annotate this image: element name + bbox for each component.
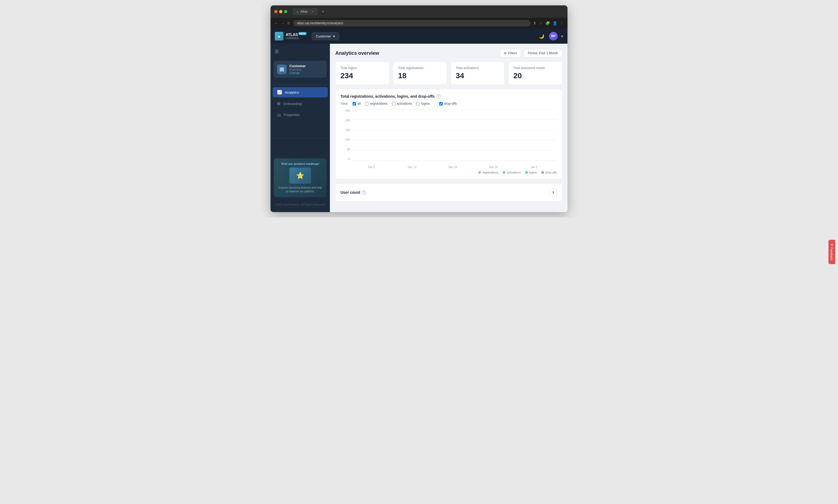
- sidebar-copyright: ©2022 Next Reason, All Rights Reserved.: [270, 200, 330, 209]
- browser-addressbar: ← → ↻ ⬆ ☆ 🧩 👤 ⋮: [270, 18, 568, 29]
- customer-selector-label: Customer: [316, 34, 331, 38]
- sidebar-divider-2: [270, 138, 330, 139]
- stat-logins-value: 234: [341, 72, 384, 80]
- page-content: Analytics overview ⧉ Filters Period: Pas…: [330, 44, 568, 212]
- user-count-header: User count ? ⬆: [341, 188, 557, 196]
- properties-icon: 🗂: [277, 112, 281, 117]
- profile-icon[interactable]: 👤: [553, 21, 557, 25]
- filter-logins[interactable]: logins: [416, 102, 430, 106]
- x-label-dec12: Dec 12: [395, 166, 430, 169]
- browser-titlebar: ⟡ Atlas × +: [270, 5, 568, 18]
- sidebar-divider-1: [270, 84, 330, 85]
- x-label-jan2: Jan 2: [517, 166, 552, 169]
- share-icon[interactable]: ⬆: [533, 21, 537, 25]
- stat-password-resets-label: Total password resets: [513, 66, 557, 70]
- extension-icon[interactable]: 🧩: [545, 21, 550, 25]
- filter-registrations[interactable]: registrations: [365, 102, 387, 106]
- x-label-dec5: Dec 5: [354, 166, 389, 169]
- user-avatar[interactable]: RP: [549, 32, 558, 40]
- user-count-title: User count ?: [341, 190, 366, 195]
- browser-window: ⟡ Atlas × + ← → ↻ ⬆ ☆ 🧩 👤 ⋮ ▲ ATLASBETA …: [270, 5, 568, 212]
- top-nav: ▲ ATLASBETA CONSOLE Customer ▾ 🌙 RP ▾: [270, 29, 568, 44]
- minimize-button[interactable]: [279, 10, 282, 13]
- analytics-icon: 📈: [277, 90, 282, 95]
- customer-selector-dropdown[interactable]: Customer ▾: [312, 32, 339, 40]
- maximize-button[interactable]: [284, 10, 287, 13]
- chart-title: Total registrations, activations, logins…: [341, 94, 557, 98]
- period-button[interactable]: Period: Past 1 Month: [524, 49, 562, 57]
- logo-area: ▲ ATLASBETA CONSOLE: [275, 32, 307, 40]
- sidebar: ☰ 🏢 Customer Prod Env Change 📈 Analytics…: [270, 44, 330, 212]
- stat-registrations-label: Total registrations: [398, 66, 442, 70]
- back-button[interactable]: ←: [274, 21, 278, 25]
- main-content: ☰ 🏢 Customer Prod Env Change 📈 Analytics…: [270, 44, 568, 212]
- top-nav-right: 🌙 RP ▾: [537, 32, 563, 40]
- filters-button[interactable]: ⧉ Filters: [500, 49, 521, 57]
- sidebar-item-analytics[interactable]: 📈 Analytics: [273, 87, 328, 97]
- sidebar-promo-card: Visit our product roadmap! ⭐ Explore upc…: [274, 158, 327, 197]
- stat-password-resets-value: 20: [513, 72, 557, 80]
- menu-icon[interactable]: ⋮: [560, 21, 564, 25]
- legend-activations-label: activations: [507, 171, 521, 174]
- theme-toggle-button[interactable]: 🌙: [537, 32, 546, 40]
- chart-info-icon[interactable]: ?: [436, 94, 441, 98]
- sidebar-item-properties[interactable]: 🗂 Properties: [273, 110, 328, 120]
- legend-logins: logins: [525, 171, 537, 174]
- bookmark-icon[interactable]: ☆: [539, 21, 543, 25]
- stat-card-registrations: Total registrations 18: [393, 61, 447, 85]
- sidebar-customer-card: 🏢 Customer Prod Env Change: [274, 61, 327, 78]
- bar-chart: 250 200 150 100 50 0: [341, 109, 557, 169]
- app-wrapper: ▲ ATLASBETA CONSOLE Customer ▾ 🌙 RP ▾: [270, 29, 568, 212]
- sidebar-analytics-label: Analytics: [285, 90, 299, 94]
- promo-title: Visit our product roadmap!: [278, 162, 323, 165]
- stat-activations-value: 34: [456, 72, 500, 80]
- page-header: Analytics overview ⧉ Filters Period: Pas…: [335, 49, 562, 57]
- new-tab-button[interactable]: +: [322, 9, 324, 14]
- close-button[interactable]: [274, 10, 278, 13]
- forward-button[interactable]: →: [281, 21, 284, 25]
- avatar-initials: RP: [551, 34, 556, 38]
- filter-activations[interactable]: activations: [392, 102, 412, 106]
- moon-icon: 🌙: [539, 34, 544, 39]
- bars-area: [351, 109, 554, 161]
- browser-tab[interactable]: ⟡ Atlas ×: [293, 8, 317, 15]
- sidebar-onboarding-label: Onboarding: [283, 102, 301, 106]
- filter-all-label: all: [357, 102, 361, 106]
- chart-separator: |: [434, 102, 435, 106]
- sidebar-properties-label: Properties: [284, 113, 300, 117]
- user-count-label: User count: [341, 190, 360, 195]
- y-label-100: 100: [341, 138, 350, 141]
- chevron-down-icon: ▾: [333, 34, 335, 38]
- period-value: Past 1 Month: [539, 51, 558, 55]
- sidebar-item-onboarding[interactable]: ⊞ Onboarding: [273, 98, 328, 109]
- y-axis-labels: 250 200 150 100 50 0: [341, 109, 350, 161]
- legend-dropoffs: drop-offs: [541, 171, 557, 174]
- user-menu-chevron[interactable]: ▾: [561, 34, 563, 39]
- legend-registrations: registrations: [478, 171, 499, 174]
- stat-card-logins: Total logins 234: [335, 61, 389, 85]
- stat-activations-label: Total activations: [456, 66, 500, 70]
- sidebar-toggle[interactable]: ☰: [270, 47, 330, 56]
- address-bar[interactable]: [293, 20, 530, 26]
- filter-all[interactable]: all: [353, 102, 361, 106]
- export-icon: ⬆: [552, 191, 555, 195]
- user-count-export-button[interactable]: ⬆: [549, 188, 557, 196]
- logo-subtitle: CONSOLE: [286, 37, 307, 40]
- y-label-50: 50: [341, 148, 350, 151]
- y-label-0: 0: [341, 158, 350, 161]
- browser-toolbar: ⬆ ☆ 🧩 👤 ⋮: [533, 21, 564, 25]
- tab-close-button[interactable]: ×: [312, 10, 314, 13]
- filter-dropoffs-label: drop-offs: [444, 102, 457, 106]
- refresh-button[interactable]: ↻: [287, 21, 291, 25]
- sidebar-change-link[interactable]: Change: [290, 71, 324, 74]
- logo-title: ATLASBETA: [286, 32, 307, 37]
- tab-title: Atlas: [300, 10, 308, 14]
- customer-icon: 🏢: [277, 65, 287, 74]
- user-count-info-icon[interactable]: ?: [362, 190, 366, 195]
- page-title: Analytics overview: [335, 51, 379, 56]
- traffic-lights: [274, 10, 287, 13]
- filter-dropoffs[interactable]: drop-offs: [439, 102, 457, 106]
- promo-illustration: ⭐: [290, 167, 311, 184]
- chart-title-text: Total registrations, activations, logins…: [341, 94, 435, 98]
- customer-info: Customer Prod Env Change: [290, 64, 324, 74]
